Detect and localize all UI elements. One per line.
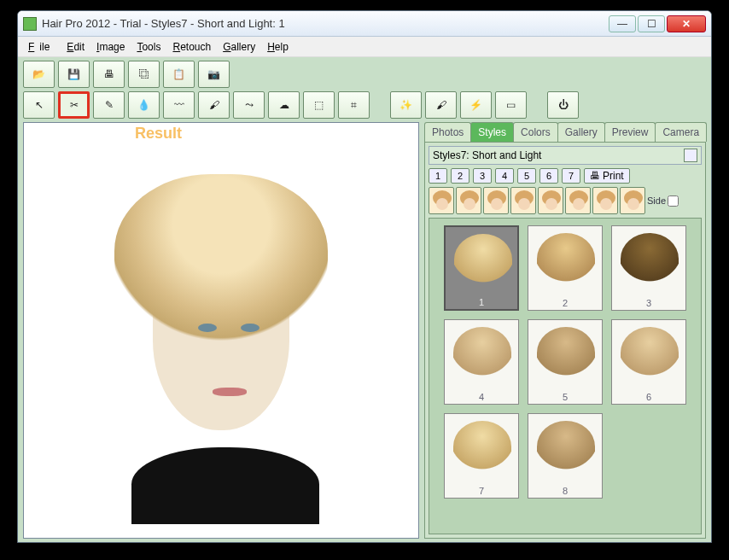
page-4[interactable]: 4 [495, 168, 514, 184]
thumb-label: 1 [477, 295, 486, 309]
minimize-button[interactable]: — [609, 15, 636, 32]
styles-section-label: Styles7: Short and Light [433, 149, 541, 161]
tape-tool[interactable]: ▭ [495, 91, 527, 119]
style-thumb-8[interactable]: 8 [528, 413, 603, 499]
brush-tool[interactable]: 🖌 [198, 91, 230, 119]
client-area: 📂 💾 🖶 ⿻ 📋 📷 ↖ ✂ ✎ 💧 〰 🖌 ⤳ ☁ ⬚ ⌗ ✨ 🖌 ⚡ ▭ … [18, 57, 711, 542]
right-panel: Photos Styles Colors Gallery Preview Cam… [424, 122, 706, 539]
flash-tool[interactable]: ⚡ [460, 91, 492, 119]
menu-tools[interactable]: Tools [131, 39, 166, 55]
avatar-7[interactable] [592, 187, 618, 214]
printer-icon: 🖶 [104, 68, 114, 80]
power-button[interactable]: ⏻ [547, 91, 579, 119]
page-7[interactable]: 7 [562, 168, 580, 184]
app-icon [23, 17, 37, 31]
hairstyle-icon [621, 327, 679, 378]
paste-icon: 📋 [172, 68, 185, 80]
page-3[interactable]: 3 [473, 168, 492, 184]
thumb-label: 3 [644, 296, 653, 310]
save-button[interactable]: 💾 [58, 61, 90, 88]
style-thumb-6[interactable]: 6 [611, 319, 686, 405]
crop-icon: ⌗ [351, 99, 357, 111]
style-thumb-7[interactable]: 7 [444, 413, 519, 499]
scissors-icon: ✂ [70, 99, 79, 111]
close-button[interactable]: ✕ [667, 15, 706, 32]
eyedropper-icon: ✎ [105, 99, 114, 111]
page-2[interactable]: 2 [451, 168, 469, 184]
avatar-1[interactable] [429, 187, 454, 214]
hairstyle-icon [453, 327, 511, 378]
open-button[interactable]: 📂 [23, 61, 55, 88]
avatar-6[interactable] [565, 187, 591, 214]
hairstyle-icon [454, 234, 512, 285]
avatar-5[interactable] [538, 187, 563, 214]
pointer-tool[interactable]: ↖ [23, 91, 55, 119]
camera-button[interactable]: 📷 [198, 61, 230, 88]
tab-photos[interactable]: Photos [424, 122, 471, 142]
page-5[interactable]: 5 [517, 168, 536, 184]
style-thumb-5[interactable]: 5 [528, 319, 603, 405]
toolbar-row-2: ↖ ✂ ✎ 💧 〰 🖌 ⤳ ☁ ⬚ ⌗ ✨ 🖌 ⚡ ▭ ⏻ [23, 91, 706, 119]
copy-icon: ⿻ [139, 68, 149, 80]
tab-camera[interactable]: Camera [655, 122, 707, 142]
tab-preview[interactable]: Preview [604, 122, 656, 142]
avatar-4[interactable] [510, 187, 536, 214]
side-checkbox[interactable] [668, 195, 679, 207]
tape-icon: ▭ [506, 99, 516, 111]
crop-tool[interactable]: ⌗ [338, 91, 370, 119]
page-6[interactable]: 6 [539, 168, 558, 184]
avatar-3[interactable] [483, 187, 509, 214]
camera-icon: 📷 [207, 68, 220, 80]
page-row: 1 2 3 4 5 6 7 🖶Print [429, 168, 702, 184]
blur-tool[interactable]: 💧 [128, 91, 160, 119]
eyedropper-tool[interactable]: ✎ [93, 91, 125, 119]
curl-tool[interactable]: ⤳ [233, 91, 265, 119]
app-window: Hair Pro 2012 - Trial - Styles7 - Short … [17, 10, 712, 543]
tab-gallery[interactable]: Gallery [557, 122, 605, 142]
page-1[interactable]: 1 [429, 168, 447, 184]
marquee-tool[interactable]: ⬚ [303, 91, 335, 119]
scissors-tool[interactable]: ✂ [58, 91, 90, 119]
toolbar-row-1: 📂 💾 🖶 ⿻ 📋 📷 [23, 61, 706, 88]
menu-retouch[interactable]: Retouch [167, 39, 216, 55]
paste-button[interactable]: 📋 [163, 61, 195, 88]
avatar-8[interactable] [620, 187, 645, 214]
tab-strip: Photos Styles Colors Gallery Preview Cam… [424, 122, 706, 142]
print-styles-button[interactable]: 🖶Print [584, 168, 630, 184]
collapse-button[interactable] [684, 149, 697, 162]
save-icon: 💾 [67, 68, 80, 80]
style-thumb-2[interactable]: 2 [528, 225, 603, 311]
titlebar[interactable]: Hair Pro 2012 - Trial - Styles7 - Short … [18, 11, 711, 37]
print-button[interactable]: 🖶 [93, 61, 125, 88]
tab-styles[interactable]: Styles [470, 122, 514, 142]
smudge-tool[interactable]: 〰 [163, 91, 195, 119]
style-thumb-3[interactable]: 3 [611, 225, 686, 311]
style-thumb-4[interactable]: 4 [444, 319, 519, 405]
menu-image[interactable]: Image [91, 39, 130, 55]
menu-gallery[interactable]: Gallery [218, 39, 260, 55]
canvas[interactable]: Result [23, 122, 419, 539]
menu-edit[interactable]: Edit [61, 39, 90, 55]
droplet-icon: 💧 [137, 99, 150, 111]
paintbrush-icon: 🖌 [436, 99, 446, 111]
hairstyle-icon [621, 233, 679, 284]
menu-file[interactable]: File [23, 39, 60, 55]
thumb-label: 2 [561, 296, 569, 310]
lasso-tool[interactable]: ☁ [268, 91, 300, 119]
workspace: Result Photos Styles Colors Gallery Prev… [23, 122, 706, 539]
style-thumb-grid: 12345678 [429, 218, 702, 534]
thumb-label: 4 [477, 390, 486, 404]
style-thumb-1[interactable]: 1 [444, 225, 519, 311]
folder-open-icon: 📂 [32, 68, 45, 80]
thumb-label: 6 [644, 390, 653, 404]
copy-button[interactable]: ⿻ [128, 61, 160, 88]
avatar-2[interactable] [456, 187, 481, 214]
maximize-button[interactable]: ☐ [638, 15, 665, 32]
styles-panel: Styles7: Short and Light 1 2 3 4 5 6 7 🖶… [424, 142, 706, 539]
tab-colors[interactable]: Colors [513, 122, 558, 142]
paint-tool[interactable]: 🖌 [425, 91, 457, 119]
wand-tool[interactable]: ✨ [390, 91, 422, 119]
thumb-label: 5 [561, 390, 569, 404]
hairstyle-icon [453, 421, 511, 472]
menu-help[interactable]: Help [262, 39, 294, 55]
